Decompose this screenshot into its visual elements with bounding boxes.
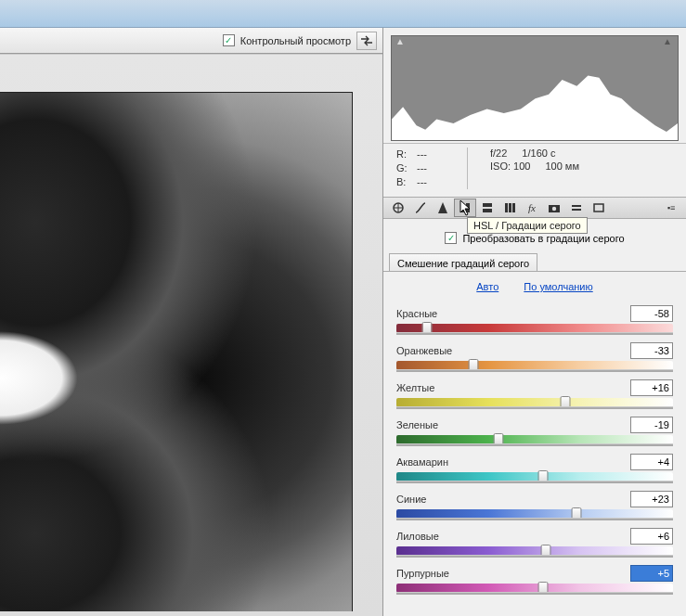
cursor-icon bbox=[459, 199, 474, 218]
slider-track[interactable] bbox=[396, 584, 673, 593]
slider-aqua: Аквамарин bbox=[396, 454, 673, 481]
slider-blue: Синие bbox=[396, 491, 673, 519]
svg-rect-6 bbox=[509, 203, 511, 212]
svg-rect-4 bbox=[483, 209, 492, 212]
slider-value-input[interactable] bbox=[630, 528, 673, 545]
slider-yellow: Желтые bbox=[396, 379, 673, 407]
info-readout: R:--- G:--- B:--- f/221/160 c ISO: 10010… bbox=[383, 143, 686, 197]
slider-track[interactable] bbox=[396, 472, 673, 481]
svg-rect-11 bbox=[572, 209, 581, 211]
preview-photo bbox=[0, 92, 353, 611]
r-value: --- bbox=[417, 148, 437, 161]
slider-thumb[interactable] bbox=[560, 396, 570, 409]
convert-grayscale-checkbox[interactable]: ✓ bbox=[445, 232, 457, 244]
panel-tooltip: HSL / Градации серого bbox=[467, 217, 588, 234]
slider-thumb[interactable] bbox=[537, 582, 548, 595]
slider-thumb[interactable] bbox=[537, 470, 548, 483]
preview-checkbox-label: Контрольный просмотр bbox=[240, 35, 351, 46]
convert-grayscale-label: Преобразовать в градации серого bbox=[462, 233, 624, 244]
slider-red: Красные bbox=[396, 305, 673, 333]
slider-label: Желтые bbox=[396, 382, 434, 393]
slider-track[interactable] bbox=[396, 324, 673, 333]
slider-thumb[interactable] bbox=[571, 507, 581, 520]
slider-label: Лиловые bbox=[396, 531, 439, 542]
preview-checkbox[interactable]: ✓ bbox=[223, 34, 235, 46]
slider-purple: Лиловые bbox=[396, 528, 673, 556]
slider-label: Зеленые bbox=[396, 419, 438, 430]
slider-value-input[interactable] bbox=[630, 491, 673, 507]
rgb-readout: R:--- G:--- B:--- bbox=[383, 148, 458, 189]
r-label: R: bbox=[396, 148, 417, 161]
slider-track[interactable] bbox=[396, 546, 673, 556]
image-preview[interactable] bbox=[0, 54, 382, 616]
slider-thumb[interactable] bbox=[540, 545, 550, 558]
b-value: --- bbox=[417, 175, 437, 189]
window-titlebar bbox=[0, 0, 686, 28]
split-panel-icon[interactable] bbox=[476, 199, 498, 217]
slider-track[interactable] bbox=[396, 509, 673, 519]
info-divider bbox=[467, 148, 468, 189]
default-link[interactable]: По умолчанию bbox=[524, 281, 592, 292]
tab-grayscale-mix[interactable]: Смешение градаций серого bbox=[389, 253, 537, 272]
histogram-panel: ▲ ▲ bbox=[383, 28, 686, 143]
panel-menu-icon[interactable]: ▪≡ bbox=[660, 199, 682, 217]
grayscale-mix-panel: Авто По умолчанию КрасныеОранжевыеЖелтые… bbox=[383, 271, 686, 610]
slider-label: Оранжевые bbox=[396, 345, 452, 356]
slider-green: Зеленые bbox=[396, 417, 673, 444]
slider-value-input[interactable] bbox=[630, 342, 673, 359]
slider-label: Аквамарин bbox=[396, 456, 448, 468]
slider-value-input[interactable] bbox=[630, 565, 673, 582]
svg-rect-7 bbox=[512, 203, 515, 212]
preview-toolbar: ✓ Контрольный просмотр bbox=[0, 28, 382, 54]
svg-rect-3 bbox=[483, 203, 492, 207]
slider-track[interactable] bbox=[396, 361, 673, 370]
slider-value-input[interactable] bbox=[630, 379, 673, 396]
svg-rect-5 bbox=[505, 203, 508, 212]
svg-rect-10 bbox=[572, 205, 581, 207]
slider-thumb[interactable] bbox=[421, 322, 432, 335]
slider-track[interactable] bbox=[396, 435, 673, 444]
detail-panel-icon[interactable] bbox=[432, 199, 454, 217]
exif-readout: f/221/160 c ISO: 100100 мм bbox=[477, 148, 686, 189]
aperture-value: f/22 bbox=[490, 148, 507, 159]
fx-panel-icon[interactable]: fx bbox=[521, 199, 543, 217]
g-label: G: bbox=[396, 161, 417, 175]
basic-panel-icon[interactable] bbox=[387, 199, 409, 217]
tab-row: Смешение градаций серого bbox=[383, 253, 686, 272]
controls-column: ▲ ▲ R:--- G:--- B:--- f/221/160 c ISO: 1… bbox=[383, 28, 686, 616]
slider-magenta: Пурпурные bbox=[396, 565, 673, 593]
g-value: --- bbox=[417, 161, 437, 175]
preview-column: ✓ Контрольный просмотр bbox=[0, 28, 383, 616]
slider-value-input[interactable] bbox=[630, 305, 673, 322]
slider-orange: Оранжевые bbox=[396, 342, 673, 370]
swap-icon bbox=[360, 35, 373, 46]
shutter-value: 1/160 c bbox=[522, 148, 555, 159]
toggle-view-button[interactable] bbox=[356, 32, 377, 50]
slider-thumb[interactable] bbox=[494, 433, 504, 446]
lens-panel-icon[interactable] bbox=[498, 199, 521, 217]
snapshots-panel-icon[interactable] bbox=[588, 199, 610, 217]
slider-thumb[interactable] bbox=[469, 359, 479, 372]
sliders-container: КрасныеОранжевыеЖелтыеЗеленыеАквамаринСи… bbox=[396, 305, 673, 593]
auto-link[interactable]: Авто bbox=[476, 281, 498, 292]
curve-panel-icon[interactable] bbox=[409, 199, 432, 217]
histogram[interactable]: ▲ ▲ bbox=[391, 35, 679, 141]
presets-panel-icon[interactable] bbox=[565, 199, 588, 217]
iso-value: ISO: 100 bbox=[490, 160, 530, 172]
focal-value: 100 мм bbox=[545, 160, 579, 172]
svg-point-9 bbox=[552, 207, 556, 211]
slider-value-input[interactable] bbox=[630, 454, 673, 470]
slider-label: Пурпурные bbox=[396, 568, 449, 579]
main-area: ✓ Контрольный просмотр ▲ ▲ R:-- bbox=[0, 28, 686, 616]
b-label: B: bbox=[396, 175, 417, 189]
svg-rect-12 bbox=[594, 204, 603, 212]
slider-label: Красные bbox=[396, 308, 437, 319]
panel-tabs-strip: fx ▪≡ HSL / Градации серого bbox=[383, 197, 686, 219]
preset-links: Авто По умолчанию bbox=[396, 281, 673, 302]
camera-panel-icon[interactable] bbox=[543, 199, 565, 217]
slider-value-input[interactable] bbox=[630, 417, 673, 433]
histogram-chart bbox=[392, 36, 678, 140]
slider-label: Синие bbox=[396, 494, 426, 505]
slider-track[interactable] bbox=[396, 398, 673, 407]
